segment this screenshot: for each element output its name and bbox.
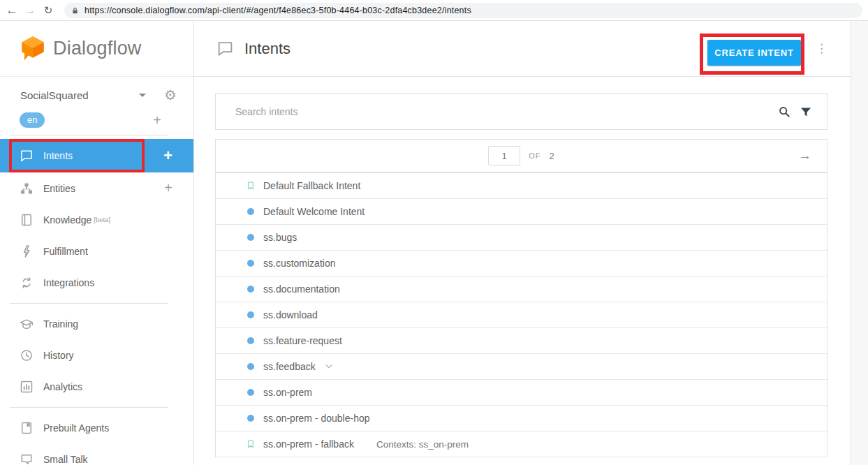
sidebar-item-history[interactable]: History	[0, 339, 193, 371]
intent-name: ss.bugs	[263, 232, 297, 243]
sidebar-item-analytics[interactable]: Analytics	[0, 371, 193, 402]
intent-name: ss.documentation	[263, 283, 340, 295]
intent-dot-icon	[245, 335, 256, 346]
divider	[10, 303, 168, 304]
sidebar-item-label: Training	[43, 318, 78, 330]
fallback-bookmark-icon	[245, 180, 256, 191]
intents-icon	[216, 40, 234, 57]
intent-dot-icon	[245, 258, 256, 269]
training-icon	[20, 317, 34, 331]
intent-name: Default Welcome Intent	[263, 206, 365, 217]
sidebar-item-label: Fulfillment	[43, 246, 88, 257]
browser-back-icon[interactable]: ←	[3, 3, 21, 17]
beta-badge: [beta]	[94, 216, 110, 223]
pagination-of-label: OF	[529, 152, 540, 160]
next-page-icon[interactable]: →	[798, 148, 811, 163]
sidebar-item-label: Analytics	[43, 381, 82, 392]
intent-row-ss-feedback[interactable]: ss.feedback	[216, 354, 827, 380]
address-bar[interactable]: https://console.dialogflow.com/api-clien…	[64, 3, 862, 18]
sidebar-item-prebuilt-agents[interactable]: Prebuilt Agents	[0, 412, 193, 443]
intent-row-ss-documentation[interactable]: ss.documentation	[216, 276, 827, 302]
fulfillment-icon	[20, 244, 34, 258]
analytics-icon	[20, 380, 34, 394]
pagination-total: 2	[550, 151, 554, 161]
intent-dot-icon	[245, 387, 256, 398]
intent-row-default-welcome-intent[interactable]: Default Welcome Intent	[216, 199, 827, 225]
dialogflow-logo-icon	[20, 35, 45, 63]
sidebar-item-integrations[interactable]: Integrations	[0, 267, 193, 298]
language-badge[interactable]: en	[20, 112, 45, 128]
search-icon[interactable]	[778, 105, 790, 118]
fallback-bookmark-icon	[245, 438, 256, 450]
add-language-icon[interactable]: +	[153, 112, 161, 128]
intent-row-ss-bugs[interactable]: ss.bugs	[216, 225, 827, 251]
search-bar	[215, 93, 827, 130]
dialogflow-logo: Dialogflow	[0, 21, 193, 77]
intent-contexts: Contexts: ss_on-prem	[376, 439, 469, 450]
intent-name: Default Fallback Intent	[263, 180, 360, 191]
page-title: Intents	[244, 40, 290, 58]
intent-name: ss.on-prem	[263, 387, 312, 398]
intent-name: ss.customization	[263, 258, 335, 269]
entities-icon	[20, 182, 34, 195]
pagination-bar: OF 2 →	[215, 139, 827, 172]
language-row: en +	[0, 106, 193, 131]
intent-row-ss-on-prem[interactable]: ss.on-prem	[216, 380, 827, 406]
sidebar-item-training[interactable]: Training	[0, 308, 193, 339]
page-number-input[interactable]	[488, 146, 520, 165]
sidebar-item-label: Integrations	[43, 277, 94, 288]
intent-row-ss-feature-request[interactable]: ss.feature-request	[216, 328, 827, 354]
sidebar-item-small-talk[interactable]: Small Talk	[0, 443, 193, 465]
more-options-icon[interactable]: ⋮	[816, 40, 827, 57]
scrollbar-track[interactable]	[851, 21, 868, 465]
intent-name: ss.feedback	[263, 361, 316, 372]
intent-row-ss-on-prem-fallback[interactable]: ss.on-prem - fallbackContexts: ss_on-pre…	[216, 431, 827, 457]
sidebar: Dialogflow SocialSquared ⚙ en + Intents+…	[0, 21, 194, 465]
intent-row-default-fallback-intent[interactable]: Default Fallback Intent	[216, 173, 827, 199]
sidebar-item-label: Small Talk	[43, 454, 88, 465]
intent-name: ss.download	[263, 309, 318, 320]
gear-icon[interactable]: ⚙	[164, 88, 177, 102]
sidebar-item-intents[interactable]: Intents+	[0, 139, 193, 172]
sidebar-item-label: History	[43, 350, 74, 361]
agent-name: SocialSquared	[20, 89, 89, 101]
chevron-down-icon[interactable]	[139, 94, 146, 97]
browser-forward-icon[interactable]: →	[21, 3, 39, 17]
smalltalk-icon	[20, 452, 34, 465]
integrations-icon	[20, 276, 34, 290]
add-icon[interactable]: +	[164, 180, 172, 196]
sidebar-nav: Intents+Entities+Knowledge[beta]Fulfillm…	[0, 139, 193, 465]
intent-dot-icon	[245, 206, 256, 217]
add-icon[interactable]: +	[163, 147, 172, 165]
search-input[interactable]	[216, 106, 778, 117]
sidebar-item-fulfillment[interactable]: Fulfillment	[0, 235, 193, 267]
create-intent-button[interactable]: CREATE INTENT	[707, 40, 801, 66]
knowledge-icon	[20, 213, 34, 227]
sidebar-item-label: Prebuilt Agents	[43, 422, 109, 434]
sidebar-item-label: Knowledge	[43, 214, 91, 226]
intent-row-ss-on-prem-double-hop[interactable]: ss.on-prem - double-hop	[216, 406, 827, 431]
agent-selector[interactable]: SocialSquared ⚙	[0, 77, 193, 106]
main-content: Intents CREATE INTENT ⋮ OF 2 → Default F…	[194, 21, 868, 465]
browser-toolbar: ← → ↻ https://console.dialogflow.com/api…	[0, 0, 868, 21]
intent-list: Default Fallback IntentDefault Welcome I…	[215, 172, 827, 457]
intent-name: ss.on-prem - fallback	[263, 438, 354, 450]
sidebar-item-label: Entities	[43, 183, 75, 194]
divider	[10, 407, 168, 408]
sidebar-item-knowledge[interactable]: Knowledge[beta]	[0, 204, 193, 235]
sidebar-item-entities[interactable]: Entities+	[0, 172, 193, 204]
sidebar-item-label: Intents	[43, 150, 73, 161]
intent-row-ss-customization[interactable]: ss.customization	[216, 251, 827, 276]
intent-name: ss.on-prem - double-hop	[263, 413, 370, 424]
intent-dot-icon	[245, 232, 256, 243]
dialogflow-logo-text: Dialogflow	[53, 38, 142, 59]
chevron-down-icon[interactable]	[324, 362, 334, 371]
divider	[10, 135, 168, 135]
browser-reload-icon[interactable]: ↻	[39, 4, 57, 17]
filter-icon[interactable]	[800, 105, 812, 118]
lock-icon	[71, 6, 79, 15]
intent-row-ss-download[interactable]: ss.download	[216, 302, 827, 328]
prebuilt-icon	[20, 421, 34, 435]
url-text: https://console.dialogflow.com/api-clien…	[84, 6, 471, 15]
intent-dot-icon	[245, 309, 256, 320]
